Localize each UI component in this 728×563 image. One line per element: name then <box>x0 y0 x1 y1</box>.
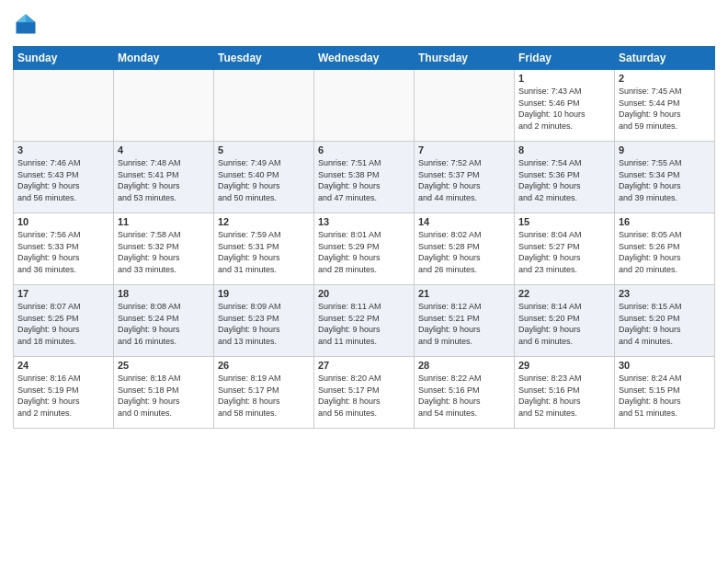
day-number: 4 <box>118 144 210 155</box>
day-number: 14 <box>418 216 510 227</box>
day-number: 1 <box>518 73 610 84</box>
calendar-cell: 2Sunrise: 7:45 AM Sunset: 5:44 PM Daylig… <box>615 70 715 142</box>
day-number: 13 <box>318 216 410 227</box>
day-number: 12 <box>218 216 310 227</box>
logo <box>13 11 42 37</box>
day-info: Sunrise: 8:04 AM Sunset: 5:27 PM Dayligh… <box>518 229 610 275</box>
day-number: 15 <box>518 216 610 227</box>
calendar-cell: 8Sunrise: 7:54 AM Sunset: 5:36 PM Daylig… <box>515 142 615 213</box>
calendar-week-row: 17Sunrise: 8:07 AM Sunset: 5:25 PM Dayli… <box>14 285 715 357</box>
calendar-cell <box>214 70 314 142</box>
calendar-cell: 20Sunrise: 8:11 AM Sunset: 5:22 PM Dayli… <box>314 285 415 357</box>
calendar-cell: 3Sunrise: 7:46 AM Sunset: 5:43 PM Daylig… <box>14 142 114 213</box>
col-header-wednesday: Wednesday <box>314 47 415 70</box>
page-header <box>13 11 715 37</box>
calendar-cell: 18Sunrise: 8:08 AM Sunset: 5:24 PM Dayli… <box>114 285 214 357</box>
day-info: Sunrise: 7:45 AM Sunset: 5:44 PM Dayligh… <box>619 86 711 132</box>
day-number: 18 <box>118 288 210 299</box>
svg-marker-2 <box>17 15 27 23</box>
calendar-cell: 10Sunrise: 7:56 AM Sunset: 5:33 PM Dayli… <box>14 213 114 285</box>
day-info: Sunrise: 8:14 AM Sunset: 5:20 PM Dayligh… <box>518 301 610 347</box>
calendar-cell <box>415 70 515 142</box>
calendar-cell: 17Sunrise: 8:07 AM Sunset: 5:25 PM Dayli… <box>14 285 114 357</box>
day-info: Sunrise: 7:56 AM Sunset: 5:33 PM Dayligh… <box>17 229 109 275</box>
day-info: Sunrise: 8:18 AM Sunset: 5:18 PM Dayligh… <box>118 373 210 419</box>
calendar-cell <box>314 70 415 142</box>
day-info: Sunrise: 7:51 AM Sunset: 5:38 PM Dayligh… <box>318 157 410 203</box>
day-info: Sunrise: 8:15 AM Sunset: 5:20 PM Dayligh… <box>619 301 711 347</box>
calendar-cell: 29Sunrise: 8:23 AM Sunset: 5:16 PM Dayli… <box>515 357 615 429</box>
day-number: 25 <box>118 360 210 371</box>
calendar-cell: 4Sunrise: 7:48 AM Sunset: 5:41 PM Daylig… <box>114 142 214 213</box>
calendar-cell <box>114 70 214 142</box>
day-number: 6 <box>318 144 410 155</box>
calendar-week-row: 10Sunrise: 7:56 AM Sunset: 5:33 PM Dayli… <box>14 213 715 285</box>
day-info: Sunrise: 8:12 AM Sunset: 5:21 PM Dayligh… <box>418 301 510 347</box>
calendar-cell: 6Sunrise: 7:51 AM Sunset: 5:38 PM Daylig… <box>314 142 415 213</box>
day-info: Sunrise: 8:01 AM Sunset: 5:29 PM Dayligh… <box>318 229 410 275</box>
day-info: Sunrise: 8:20 AM Sunset: 5:17 PM Dayligh… <box>318 373 410 419</box>
day-info: Sunrise: 8:22 AM Sunset: 5:16 PM Dayligh… <box>418 373 510 419</box>
day-info: Sunrise: 8:02 AM Sunset: 5:28 PM Dayligh… <box>418 229 510 275</box>
calendar-cell: 11Sunrise: 7:58 AM Sunset: 5:32 PM Dayli… <box>114 213 214 285</box>
day-info: Sunrise: 7:49 AM Sunset: 5:40 PM Dayligh… <box>218 157 310 203</box>
day-info: Sunrise: 8:05 AM Sunset: 5:26 PM Dayligh… <box>619 229 711 275</box>
calendar-cell <box>14 70 114 142</box>
calendar-cell: 13Sunrise: 8:01 AM Sunset: 5:29 PM Dayli… <box>314 213 415 285</box>
day-number: 17 <box>17 288 109 299</box>
day-info: Sunrise: 7:43 AM Sunset: 5:46 PM Dayligh… <box>518 86 610 132</box>
day-info: Sunrise: 7:59 AM Sunset: 5:31 PM Dayligh… <box>218 229 310 275</box>
calendar-cell: 25Sunrise: 8:18 AM Sunset: 5:18 PM Dayli… <box>114 357 214 429</box>
day-number: 7 <box>418 144 510 155</box>
calendar-cell: 30Sunrise: 8:24 AM Sunset: 5:15 PM Dayli… <box>615 357 715 429</box>
day-number: 2 <box>619 73 711 84</box>
day-info: Sunrise: 7:48 AM Sunset: 5:41 PM Dayligh… <box>118 157 210 203</box>
day-info: Sunrise: 8:11 AM Sunset: 5:22 PM Dayligh… <box>318 301 410 347</box>
day-info: Sunrise: 8:19 AM Sunset: 5:17 PM Dayligh… <box>218 373 310 419</box>
calendar-cell: 23Sunrise: 8:15 AM Sunset: 5:20 PM Dayli… <box>615 285 715 357</box>
calendar-cell: 14Sunrise: 8:02 AM Sunset: 5:28 PM Dayli… <box>415 213 515 285</box>
calendar-cell: 5Sunrise: 7:49 AM Sunset: 5:40 PM Daylig… <box>214 142 314 213</box>
day-number: 28 <box>418 360 510 371</box>
day-info: Sunrise: 7:52 AM Sunset: 5:37 PM Dayligh… <box>418 157 510 203</box>
calendar-cell: 24Sunrise: 8:16 AM Sunset: 5:19 PM Dayli… <box>14 357 114 429</box>
calendar-cell: 16Sunrise: 8:05 AM Sunset: 5:26 PM Dayli… <box>615 213 715 285</box>
day-info: Sunrise: 8:08 AM Sunset: 5:24 PM Dayligh… <box>118 301 210 347</box>
calendar-cell: 22Sunrise: 8:14 AM Sunset: 5:20 PM Dayli… <box>515 285 615 357</box>
calendar-cell: 19Sunrise: 8:09 AM Sunset: 5:23 PM Dayli… <box>214 285 314 357</box>
day-number: 10 <box>17 216 109 227</box>
day-number: 16 <box>619 216 711 227</box>
logo-icon <box>13 11 39 37</box>
calendar-cell: 7Sunrise: 7:52 AM Sunset: 5:37 PM Daylig… <box>415 142 515 213</box>
day-number: 5 <box>218 144 310 155</box>
day-info: Sunrise: 7:54 AM Sunset: 5:36 PM Dayligh… <box>518 157 610 203</box>
calendar-cell: 1Sunrise: 7:43 AM Sunset: 5:46 PM Daylig… <box>515 70 615 142</box>
day-info: Sunrise: 7:58 AM Sunset: 5:32 PM Dayligh… <box>118 229 210 275</box>
day-number: 20 <box>318 288 410 299</box>
calendar-header-row: SundayMondayTuesdayWednesdayThursdayFrid… <box>14 47 715 70</box>
calendar-cell: 26Sunrise: 8:19 AM Sunset: 5:17 PM Dayli… <box>214 357 314 429</box>
col-header-tuesday: Tuesday <box>214 47 314 70</box>
day-info: Sunrise: 7:55 AM Sunset: 5:34 PM Dayligh… <box>619 157 711 203</box>
calendar-cell: 15Sunrise: 8:04 AM Sunset: 5:27 PM Dayli… <box>515 213 615 285</box>
calendar-week-row: 1Sunrise: 7:43 AM Sunset: 5:46 PM Daylig… <box>14 70 715 142</box>
day-number: 3 <box>17 144 109 155</box>
day-info: Sunrise: 8:24 AM Sunset: 5:15 PM Dayligh… <box>619 373 711 419</box>
calendar-table: SundayMondayTuesdayWednesdayThursdayFrid… <box>13 46 715 429</box>
day-info: Sunrise: 8:16 AM Sunset: 5:19 PM Dayligh… <box>17 373 109 419</box>
calendar-cell: 28Sunrise: 8:22 AM Sunset: 5:16 PM Dayli… <box>415 357 515 429</box>
day-number: 22 <box>518 288 610 299</box>
day-info: Sunrise: 7:46 AM Sunset: 5:43 PM Dayligh… <box>17 157 109 203</box>
col-header-saturday: Saturday <box>615 47 715 70</box>
calendar-cell: 21Sunrise: 8:12 AM Sunset: 5:21 PM Dayli… <box>415 285 515 357</box>
day-number: 26 <box>218 360 310 371</box>
calendar-week-row: 3Sunrise: 7:46 AM Sunset: 5:43 PM Daylig… <box>14 142 715 213</box>
day-number: 21 <box>418 288 510 299</box>
svg-marker-1 <box>26 15 36 23</box>
day-number: 30 <box>619 360 711 371</box>
col-header-thursday: Thursday <box>415 47 515 70</box>
day-number: 23 <box>619 288 711 299</box>
col-header-friday: Friday <box>515 47 615 70</box>
col-header-monday: Monday <box>114 47 214 70</box>
day-info: Sunrise: 8:07 AM Sunset: 5:25 PM Dayligh… <box>17 301 109 347</box>
